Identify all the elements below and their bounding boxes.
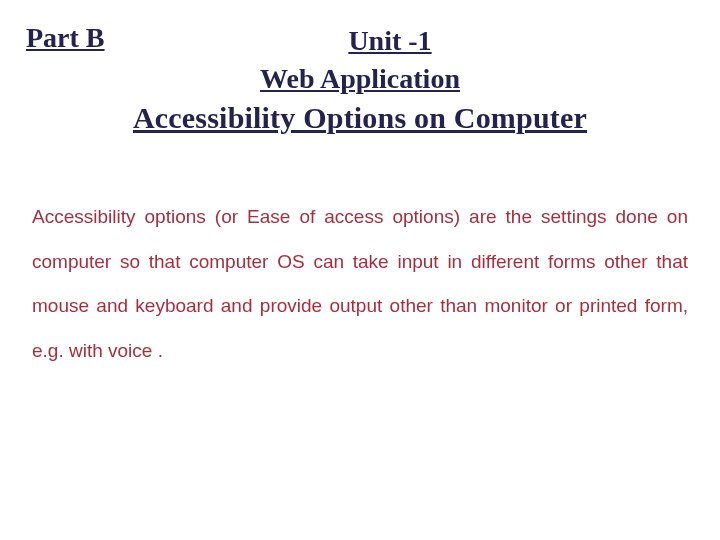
body-paragraph: Accessibility options (or Ease of access… xyxy=(32,195,688,374)
title-topic: Accessibility Options on Computer xyxy=(26,98,694,139)
title-subject: Web Application xyxy=(26,60,694,98)
slide-page: Part B Unit -1 Web Application Accessibi… xyxy=(0,0,720,540)
part-label: Part B xyxy=(26,22,105,54)
title-block: Unit -1 Web Application Accessibility Op… xyxy=(26,22,694,138)
title-unit: Unit -1 xyxy=(86,22,694,60)
slide-header: Part B Unit -1 Web Application Accessibi… xyxy=(26,22,694,138)
